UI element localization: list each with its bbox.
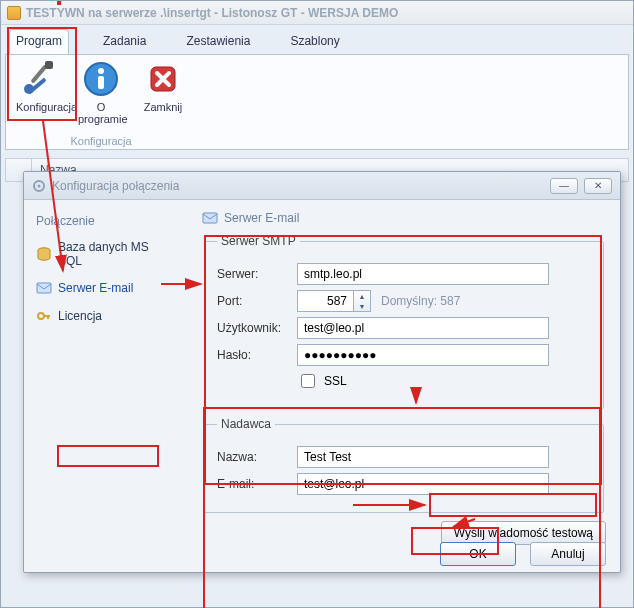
zamknij-button[interactable]: Zamknij	[140, 59, 186, 125]
gear-icon	[32, 179, 46, 193]
ssl-label: SSL	[324, 374, 347, 388]
user-label: Użytkownik:	[217, 321, 297, 335]
svg-point-5	[98, 68, 104, 74]
sidebar-item-db[interactable]: Baza danych MS SQL	[32, 234, 180, 274]
sidebar-item-email-label: Serwer E-mail	[58, 281, 133, 295]
server-label: Serwer:	[217, 267, 297, 281]
ribbon: Konfiguracja O programie	[5, 54, 629, 150]
konfiguracja-button[interactable]: Konfiguracja	[16, 59, 62, 125]
dialog-close-button[interactable]: ✕	[584, 178, 612, 194]
pass-input[interactable]	[297, 344, 549, 366]
pass-label: Hasło:	[217, 348, 297, 362]
port-up[interactable]: ▲	[354, 291, 370, 301]
sidebar-item-license-label: Licencja	[58, 309, 102, 323]
sidebar-item-license[interactable]: Licencja	[32, 302, 180, 330]
sender-email-label: E-mail:	[217, 477, 297, 491]
port-label: Port:	[217, 294, 297, 308]
ribbon-tabs: Program Zadania Zestawienia Szablony	[1, 25, 633, 54]
window-title: TESTYWN na serwerze .\insertgt - Listono…	[26, 6, 398, 20]
svg-point-1	[24, 84, 34, 94]
smtp-fieldset: Serwer SMTP Serwer: Port: ▲▼ Domyślny: 5…	[204, 234, 604, 409]
sender-legend: Nadawca	[217, 417, 275, 431]
mail-icon	[202, 210, 218, 226]
database-icon	[36, 246, 52, 262]
info-icon	[81, 59, 121, 99]
konfiguracja-label: Konfiguracja	[16, 101, 62, 113]
server-input[interactable]	[297, 263, 549, 285]
sender-fieldset: Nadawca Nazwa: E-mail:	[204, 417, 604, 513]
key-icon	[36, 308, 52, 324]
svg-point-9	[38, 184, 41, 187]
port-down[interactable]: ▼	[354, 301, 370, 311]
cancel-button[interactable]: Anuluj	[530, 542, 606, 566]
port-input[interactable]	[297, 290, 353, 312]
close-icon	[143, 59, 183, 99]
oprogramie-button[interactable]: O programie	[78, 59, 124, 125]
sidebar-item-email[interactable]: Serwer E-mail	[32, 274, 180, 302]
dialog-title: Konfiguracja połączenia	[52, 179, 179, 193]
sender-name-label: Nazwa:	[217, 450, 297, 464]
wrench-screwdriver-icon	[19, 59, 59, 99]
tab-zestawienia[interactable]: Zestawienia	[180, 30, 256, 54]
dialog-sidebar: Połączenie Baza danych MS SQL Serwer E-m…	[24, 200, 188, 572]
dialog-main: Serwer E-mail Serwer SMTP Serwer: Port: …	[188, 200, 620, 572]
svg-rect-11	[37, 283, 51, 293]
smtp-legend: Serwer SMTP	[217, 234, 300, 248]
port-stepper[interactable]: ▲▼	[297, 290, 371, 312]
tab-zadania[interactable]: Zadania	[97, 30, 152, 54]
user-input[interactable]	[297, 317, 549, 339]
mail-icon	[36, 280, 52, 296]
config-dialog: Konfiguracja połączenia — ✕ Połączenie B…	[23, 171, 621, 573]
sender-email-input[interactable]	[297, 473, 549, 495]
svg-rect-3	[45, 61, 53, 69]
svg-rect-6	[98, 76, 104, 89]
port-hint: Domyślny: 587	[381, 294, 460, 308]
app-icon	[7, 6, 21, 20]
sidebar-heading: Połączenie	[32, 212, 180, 234]
tab-program[interactable]: Program	[9, 29, 69, 54]
svg-point-12	[38, 313, 44, 319]
sender-name-input[interactable]	[297, 446, 549, 468]
dialog-titlebar[interactable]: Konfiguracja połączenia — ✕	[24, 172, 620, 200]
zamknij-label: Zamknij	[140, 101, 186, 113]
tab-szablony[interactable]: Szablony	[284, 30, 345, 54]
titlebar: TESTYWN na serwerze .\insertgt - Listono…	[1, 1, 633, 25]
svg-rect-13	[203, 213, 217, 223]
sidebar-item-db-label: Baza danych MS SQL	[58, 240, 176, 268]
ribbon-group-label: Konfiguracja	[70, 135, 131, 147]
panel-title: Serwer E-mail	[224, 211, 299, 225]
minimize-button[interactable]: —	[550, 178, 578, 194]
panel-heading: Serwer E-mail	[202, 208, 606, 234]
ssl-checkbox[interactable]	[301, 374, 315, 388]
ok-button[interactable]: OK	[440, 542, 516, 566]
oprogramie-label: O programie	[78, 101, 124, 125]
